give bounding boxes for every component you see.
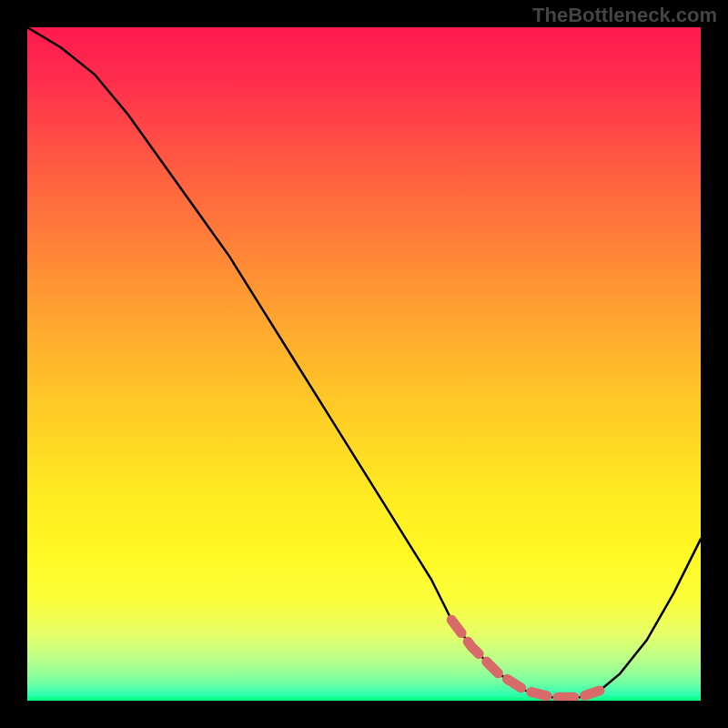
- highlight-curve-path: [451, 620, 600, 697]
- chart-curve-svg: [27, 27, 701, 701]
- chart-plot-area: [27, 27, 701, 701]
- main-curve-path: [27, 27, 701, 697]
- watermark-text: TheBottleneck.com: [532, 4, 717, 27]
